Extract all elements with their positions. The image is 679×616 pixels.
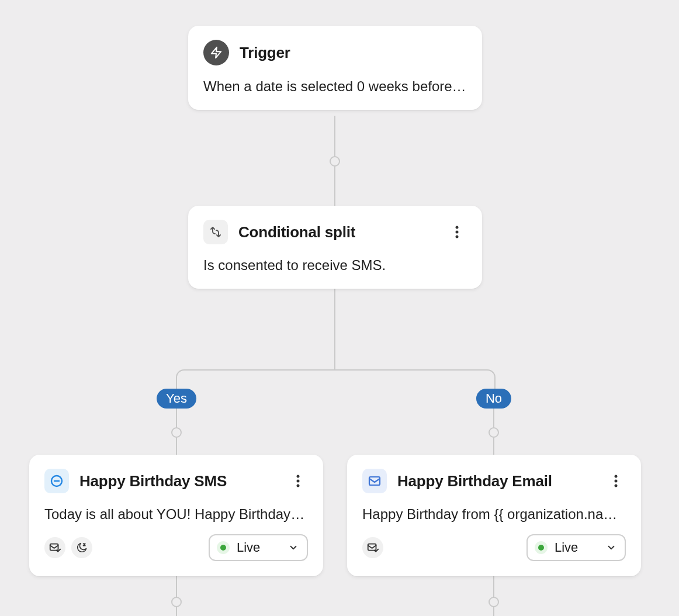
svg-rect-10 (369, 477, 380, 485)
svg-point-2 (456, 231, 459, 234)
split-icon (203, 220, 228, 244)
svg-point-8 (297, 485, 300, 487)
more-button[interactable] (447, 222, 467, 242)
branch-connector (176, 369, 496, 400)
status-dropdown[interactable]: Live (526, 534, 626, 561)
connector-node (489, 427, 499, 438)
card-description: Today is all about YOU! Happy Birthday f… (44, 506, 308, 522)
more-button[interactable] (606, 471, 626, 491)
more-vertical-icon (296, 474, 300, 488)
status-label: Live (237, 540, 260, 555)
connector-node (171, 597, 182, 607)
card-title: Trigger (240, 44, 290, 62)
trigger-card[interactable]: Trigger When a date is selected 0 weeks … (188, 26, 482, 110)
branch-label-no: No (476, 389, 511, 409)
svg-point-13 (615, 485, 618, 487)
more-vertical-icon (614, 474, 618, 488)
mail-check-icon (44, 537, 65, 558)
branch-label-yes: Yes (157, 389, 196, 409)
connector-node (489, 597, 499, 607)
conditional-split-card[interactable]: Conditional split Is consented to receiv… (188, 206, 482, 289)
flow-canvas[interactable]: Yes No Trigger When a date is selected 0… (0, 0, 679, 616)
svg-rect-9 (50, 544, 58, 551)
chevron-down-icon (606, 542, 616, 553)
status-live-icon (217, 541, 230, 554)
more-vertical-icon (455, 225, 459, 239)
svg-point-3 (456, 236, 459, 238)
card-title: Happy Birthday SMS (79, 472, 227, 490)
card-title: Conditional split (238, 223, 355, 241)
status-label: Live (555, 540, 578, 555)
connector-line (493, 569, 494, 616)
svg-point-7 (297, 480, 300, 483)
card-description: Happy Birthday from {{ organization.nam.… (362, 506, 626, 522)
email-icon (362, 469, 387, 493)
svg-point-11 (615, 475, 618, 478)
message-email-card[interactable]: Happy Birthday Email Happy Birthday from… (347, 455, 641, 576)
message-sms-card[interactable]: Happy Birthday SMS Today is all about YO… (29, 455, 323, 576)
more-button[interactable] (288, 471, 308, 491)
connector-node (330, 156, 340, 167)
svg-rect-14 (368, 544, 376, 551)
svg-point-12 (615, 480, 618, 483)
status-live-icon (535, 541, 548, 554)
card-title: Happy Birthday Email (397, 472, 552, 490)
status-dropdown[interactable]: Live (209, 534, 308, 561)
svg-point-6 (297, 475, 300, 478)
connector-line (176, 569, 177, 616)
card-description: Is consented to receive SMS. (203, 257, 467, 274)
mail-check-icon (362, 537, 383, 558)
svg-point-1 (456, 226, 459, 229)
svg-marker-0 (212, 47, 221, 58)
chevron-down-icon (288, 542, 299, 553)
connector-line (334, 285, 335, 369)
sms-icon (44, 469, 69, 493)
card-description: When a date is selected 0 weeks before .… (203, 78, 467, 95)
moon-sleep-icon (71, 537, 92, 558)
lightning-icon (203, 40, 229, 65)
connector-node (171, 427, 182, 438)
